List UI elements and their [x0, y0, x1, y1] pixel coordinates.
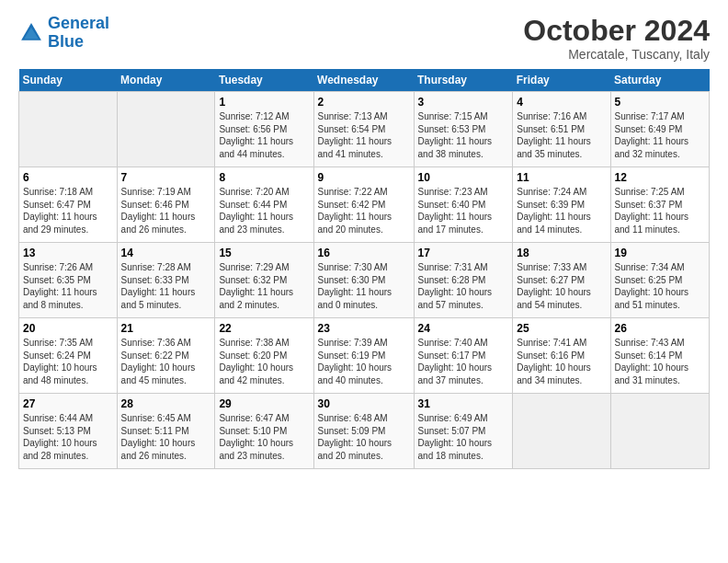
day-number: 9: [318, 171, 410, 184]
logo-line1: General: [48, 14, 109, 32]
day-detail: Sunrise: 7:36 AMSunset: 6:22 PMDaylight:…: [121, 337, 211, 386]
day-number: 19: [615, 247, 706, 259]
day-number: 31: [418, 397, 509, 410]
day-detail: Sunrise: 7:22 AMSunset: 6:42 PMDaylight:…: [318, 186, 410, 236]
day-cell: 31Sunrise: 6:49 AMSunset: 5:07 PMDayligh…: [414, 394, 513, 469]
day-cell: 2Sunrise: 7:13 AMSunset: 6:54 PMDaylight…: [313, 92, 414, 167]
day-number: 15: [219, 247, 309, 259]
day-cell: 17Sunrise: 7:31 AMSunset: 6:28 PMDayligh…: [414, 243, 513, 318]
day-detail: Sunrise: 7:33 AMSunset: 6:27 PMDaylight:…: [517, 261, 606, 311]
day-cell: 16Sunrise: 7:30 AMSunset: 6:30 PMDayligh…: [313, 243, 414, 318]
day-number: 17: [418, 247, 509, 259]
title-block: October 2024 Mercatale, Tuscany, Italy: [523, 15, 710, 62]
day-number: 20: [23, 322, 113, 335]
day-cell: 23Sunrise: 7:39 AMSunset: 6:19 PMDayligh…: [313, 318, 414, 394]
week-row-5: 27Sunrise: 6:44 AMSunset: 5:13 PMDayligh…: [19, 394, 710, 469]
day-detail: Sunrise: 7:28 AMSunset: 6:33 PMDaylight:…: [121, 261, 211, 311]
col-wednesday: Wednesday: [313, 69, 414, 92]
day-cell: 3Sunrise: 7:15 AMSunset: 6:53 PMDaylight…: [414, 92, 513, 167]
day-cell: 30Sunrise: 6:48 AMSunset: 5:09 PMDayligh…: [313, 394, 414, 469]
week-row-3: 13Sunrise: 7:26 AMSunset: 6:35 PMDayligh…: [19, 243, 710, 318]
day-number: 10: [418, 171, 509, 184]
day-detail: Sunrise: 7:31 AMSunset: 6:28 PMDaylight:…: [418, 261, 509, 311]
day-detail: Sunrise: 7:16 AMSunset: 6:51 PMDaylight:…: [517, 110, 606, 160]
day-number: 24: [418, 322, 509, 335]
day-number: 23: [318, 322, 410, 335]
day-cell: 13Sunrise: 7:26 AMSunset: 6:35 PMDayligh…: [19, 243, 118, 318]
col-friday: Friday: [513, 69, 610, 92]
day-detail: Sunrise: 7:41 AMSunset: 6:16 PMDaylight:…: [517, 337, 606, 386]
day-cell: 7Sunrise: 7:19 AMSunset: 6:46 PMDaylight…: [117, 167, 215, 243]
day-detail: Sunrise: 7:43 AMSunset: 6:14 PMDaylight:…: [615, 337, 706, 386]
day-detail: Sunrise: 7:39 AMSunset: 6:19 PMDaylight:…: [318, 337, 410, 386]
day-cell: 5Sunrise: 7:17 AMSunset: 6:49 PMDaylight…: [610, 92, 710, 167]
day-detail: Sunrise: 6:49 AMSunset: 5:07 PMDaylight:…: [418, 412, 509, 462]
day-detail: Sunrise: 7:23 AMSunset: 6:40 PMDaylight:…: [418, 186, 509, 236]
day-number: 25: [517, 322, 606, 335]
day-number: 18: [517, 247, 606, 259]
day-cell: 18Sunrise: 7:33 AMSunset: 6:27 PMDayligh…: [513, 243, 610, 318]
day-detail: Sunrise: 7:25 AMSunset: 6:37 PMDaylight:…: [615, 186, 706, 236]
header-row: Sunday Monday Tuesday Wednesday Thursday…: [19, 69, 710, 92]
logo: General Blue: [18, 15, 109, 52]
day-cell: 22Sunrise: 7:38 AMSunset: 6:20 PMDayligh…: [215, 318, 313, 394]
day-cell: 27Sunrise: 6:44 AMSunset: 5:13 PMDayligh…: [19, 394, 118, 469]
day-detail: Sunrise: 7:13 AMSunset: 6:54 PMDaylight:…: [318, 110, 410, 160]
day-detail: Sunrise: 7:24 AMSunset: 6:39 PMDaylight:…: [517, 186, 606, 236]
day-number: 1: [219, 96, 309, 109]
day-cell: 20Sunrise: 7:35 AMSunset: 6:24 PMDayligh…: [19, 318, 118, 394]
day-detail: Sunrise: 7:19 AMSunset: 6:46 PMDaylight:…: [121, 186, 211, 236]
day-number: 30: [318, 397, 410, 410]
day-cell: 12Sunrise: 7:25 AMSunset: 6:37 PMDayligh…: [610, 167, 710, 243]
day-number: 7: [121, 171, 211, 184]
day-cell: 24Sunrise: 7:40 AMSunset: 6:17 PMDayligh…: [414, 318, 513, 394]
month-title: October 2024: [523, 15, 710, 47]
day-cell: 14Sunrise: 7:28 AMSunset: 6:33 PMDayligh…: [117, 243, 215, 318]
day-detail: Sunrise: 7:35 AMSunset: 6:24 PMDaylight:…: [23, 337, 113, 386]
col-saturday: Saturday: [610, 69, 710, 92]
day-number: 11: [517, 171, 606, 184]
day-number: 29: [219, 397, 309, 410]
day-detail: Sunrise: 6:44 AMSunset: 5:13 PMDaylight:…: [23, 412, 113, 462]
day-cell: 4Sunrise: 7:16 AMSunset: 6:51 PMDaylight…: [513, 92, 610, 167]
day-cell: 21Sunrise: 7:36 AMSunset: 6:22 PMDayligh…: [117, 318, 215, 394]
day-detail: Sunrise: 7:12 AMSunset: 6:56 PMDaylight:…: [219, 110, 309, 160]
day-detail: Sunrise: 7:40 AMSunset: 6:17 PMDaylight:…: [418, 337, 509, 386]
day-number: 8: [219, 171, 309, 184]
day-number: 13: [23, 247, 113, 259]
col-monday: Monday: [117, 69, 215, 92]
day-detail: Sunrise: 7:30 AMSunset: 6:30 PMDaylight:…: [318, 261, 410, 311]
day-detail: Sunrise: 7:34 AMSunset: 6:25 PMDaylight:…: [615, 261, 706, 311]
day-cell: 11Sunrise: 7:24 AMSunset: 6:39 PMDayligh…: [513, 167, 610, 243]
week-row-4: 20Sunrise: 7:35 AMSunset: 6:24 PMDayligh…: [19, 318, 710, 394]
location: Mercatale, Tuscany, Italy: [523, 47, 710, 62]
day-cell: 6Sunrise: 7:18 AMSunset: 6:47 PMDaylight…: [19, 167, 118, 243]
day-cell: 29Sunrise: 6:47 AMSunset: 5:10 PMDayligh…: [215, 394, 313, 469]
logo-icon: [18, 20, 44, 46]
day-detail: Sunrise: 7:20 AMSunset: 6:44 PMDaylight:…: [219, 186, 309, 236]
day-cell: 26Sunrise: 7:43 AMSunset: 6:14 PMDayligh…: [610, 318, 710, 394]
calendar-table: Sunday Monday Tuesday Wednesday Thursday…: [18, 69, 710, 469]
day-cell: 8Sunrise: 7:20 AMSunset: 6:44 PMDaylight…: [215, 167, 313, 243]
day-cell: [117, 92, 215, 167]
day-number: 28: [121, 397, 211, 410]
day-detail: Sunrise: 7:26 AMSunset: 6:35 PMDaylight:…: [23, 261, 113, 311]
day-cell: [513, 394, 610, 469]
day-number: 2: [318, 96, 410, 109]
day-cell: 28Sunrise: 6:45 AMSunset: 5:11 PMDayligh…: [117, 394, 215, 469]
day-detail: Sunrise: 7:15 AMSunset: 6:53 PMDaylight:…: [418, 110, 509, 160]
day-number: 22: [219, 322, 309, 335]
day-number: 26: [615, 322, 706, 335]
day-number: 4: [517, 96, 606, 109]
day-number: 21: [121, 322, 211, 335]
day-detail: Sunrise: 6:47 AMSunset: 5:10 PMDaylight:…: [219, 412, 309, 462]
day-number: 14: [121, 247, 211, 259]
calendar-page: General Blue October 2024 Mercatale, Tus…: [0, 0, 728, 563]
day-cell: 25Sunrise: 7:41 AMSunset: 6:16 PMDayligh…: [513, 318, 610, 394]
header: General Blue October 2024 Mercatale, Tus…: [18, 15, 710, 62]
week-row-2: 6Sunrise: 7:18 AMSunset: 6:47 PMDaylight…: [19, 167, 710, 243]
day-number: 3: [418, 96, 509, 109]
day-detail: Sunrise: 6:48 AMSunset: 5:09 PMDaylight:…: [318, 412, 410, 462]
day-number: 16: [318, 247, 410, 259]
day-number: 27: [23, 397, 113, 410]
